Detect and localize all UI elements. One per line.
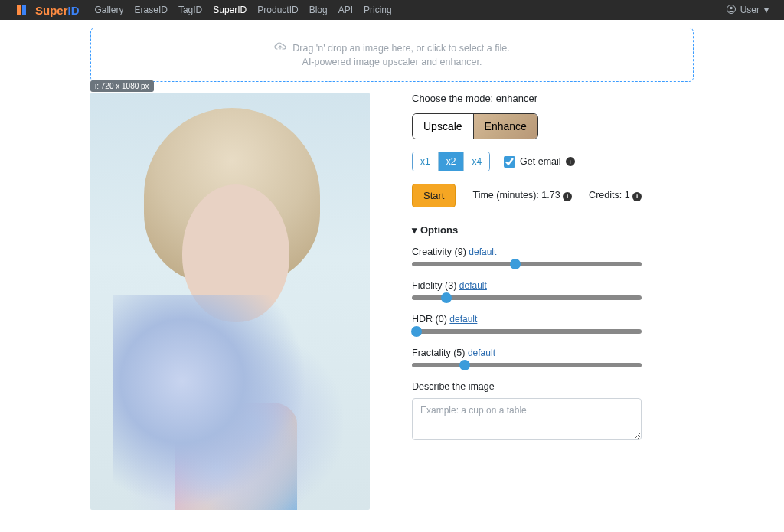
- brand-super: Super: [35, 4, 68, 17]
- options-header-text: Options: [420, 224, 458, 236]
- scale-group: x1 x2 x4: [412, 152, 490, 171]
- user-circle-icon: [727, 5, 736, 16]
- chevron-down-icon: ▾: [764, 5, 769, 15]
- logo-icon: [15, 4, 28, 16]
- slider-thumb[interactable]: [441, 292, 452, 303]
- mode-enhance-button[interactable]: Enhance: [473, 114, 537, 139]
- navbar: SuperID Gallery EraseID TagID SuperID Pr…: [0, 0, 784, 20]
- slider-thumb[interactable]: [510, 259, 521, 269]
- mode-toggle: Upscale Enhance: [412, 113, 538, 139]
- default-link[interactable]: default: [468, 348, 495, 358]
- slider-label-text: Fidelity (3): [412, 280, 456, 291]
- nav-link-gallery[interactable]: Gallery: [95, 5, 124, 15]
- cloud-upload-icon: [274, 42, 286, 54]
- nav-link-productid[interactable]: ProductID: [257, 5, 298, 15]
- preview-image[interactable]: [90, 93, 370, 510]
- slider-creativity: Creativity (9) default: [412, 246, 694, 266]
- nav-link-pricing[interactable]: Pricing: [364, 5, 392, 15]
- scale-x2-button[interactable]: x2: [438, 152, 464, 171]
- options-toggle[interactable]: ▾ Options: [412, 224, 694, 236]
- nav-links: Gallery EraseID TagID SuperID ProductID …: [95, 5, 392, 15]
- email-checkbox-group[interactable]: Get email i: [504, 156, 575, 168]
- credits-label: Credits: 1 i: [589, 190, 642, 201]
- default-link[interactable]: default: [459, 280, 487, 291]
- slider-label-text: Fractality (5): [412, 348, 465, 358]
- slider-thumb[interactable]: [411, 326, 422, 337]
- caret-down-icon: ▾: [412, 224, 417, 236]
- user-label: User: [740, 5, 760, 15]
- slider-label-text: HDR (0): [412, 314, 447, 325]
- info-icon[interactable]: i: [566, 157, 575, 166]
- info-icon[interactable]: i: [632, 192, 642, 201]
- slider-fidelity: Fidelity (3) default: [412, 280, 694, 300]
- start-button[interactable]: Start: [412, 184, 456, 207]
- slider-hdr: HDR (0) default: [412, 314, 694, 334]
- slider-label-text: Creativity (9): [412, 246, 466, 257]
- nav-link-api[interactable]: API: [338, 5, 353, 15]
- time-label: Time (minutes): 1.73 i: [472, 190, 572, 201]
- mode-upscale-button[interactable]: Upscale: [413, 114, 473, 139]
- scale-x4-button[interactable]: x4: [463, 152, 489, 171]
- default-link[interactable]: default: [449, 314, 477, 325]
- email-label: Get email: [520, 156, 561, 167]
- nav-left: SuperID Gallery EraseID TagID SuperID Pr…: [15, 4, 392, 17]
- brand-id: ID: [68, 4, 80, 17]
- dropzone-text-2: AI-powered image upscaler and enhancer.: [105, 57, 679, 67]
- slider-fractality: Fractality (5) default: [412, 348, 694, 367]
- dropzone[interactable]: Drag 'n' drop an image here, or click to…: [90, 28, 694, 82]
- image-dimensions-badge: i: 720 x 1080 px: [90, 80, 154, 92]
- info-icon[interactable]: i: [563, 192, 572, 201]
- email-checkbox[interactable]: [504, 156, 515, 168]
- brand-link[interactable]: SuperID: [35, 4, 80, 17]
- default-link[interactable]: default: [469, 246, 496, 257]
- scale-x1-button[interactable]: x1: [413, 152, 438, 171]
- svg-point-1: [730, 6, 733, 9]
- mode-heading: Choose the mode: enhancer: [412, 93, 694, 104]
- nav-link-superid[interactable]: SuperID: [213, 5, 247, 15]
- nav-link-blog[interactable]: Blog: [309, 5, 328, 15]
- nav-link-eraseid[interactable]: EraseID: [135, 5, 168, 15]
- slider-track[interactable]: [412, 363, 642, 367]
- describe-textarea[interactable]: [412, 398, 642, 440]
- slider-track[interactable]: [412, 295, 642, 300]
- slider-track[interactable]: [412, 329, 642, 334]
- image-column: i: 720 x 1080 px: [90, 93, 370, 510]
- slider-track[interactable]: [412, 262, 642, 266]
- dropzone-text-1: Drag 'n' drop an image here, or click to…: [292, 43, 509, 54]
- nav-link-tagid[interactable]: TagID: [178, 5, 202, 15]
- slider-thumb[interactable]: [459, 360, 470, 370]
- user-menu[interactable]: User ▾: [727, 5, 769, 16]
- controls-column: Choose the mode: enhancer Upscale Enhanc…: [412, 93, 694, 510]
- describe-label: Describe the image: [412, 381, 694, 392]
